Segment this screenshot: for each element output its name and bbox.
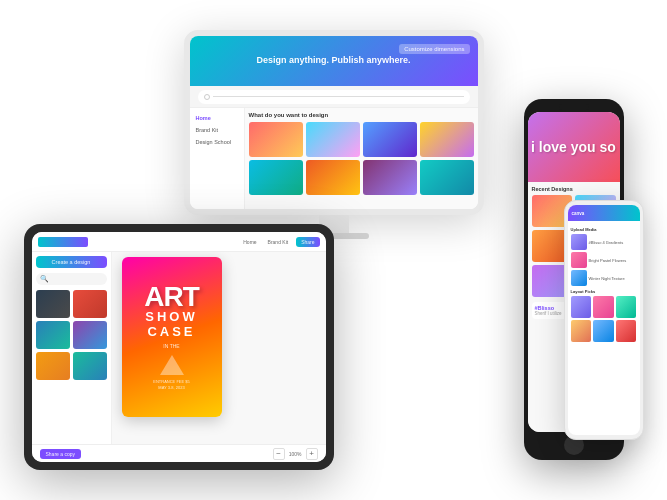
phone2-item-label-1: #Blisso 4 Gradients [589, 240, 624, 245]
phone2-mini-grid [571, 296, 637, 342]
tablet-topbar: Home Brand Kit Share [32, 232, 326, 252]
monitor-card-3[interactable] [363, 122, 417, 157]
phone2-item-thumb-3 [571, 270, 587, 286]
monitor-main-title: What do you want to design [249, 112, 474, 118]
tablet-nav-home[interactable]: Home [239, 238, 260, 246]
monitor-card-4[interactable] [420, 122, 474, 157]
tablet-bottom-bar: Share a copy − 100% + [32, 444, 326, 462]
phone2-mini-2[interactable] [593, 296, 614, 318]
tablet-share-btn[interactable]: Share [296, 237, 319, 247]
search-line-decoration [213, 96, 464, 97]
tablet-thumb-5[interactable] [36, 352, 70, 380]
monitor-main-content: What do you want to design [245, 108, 478, 215]
phone2-mini-4[interactable] [571, 320, 592, 342]
monitor-left-nav: Home Brand Kit Design School [190, 108, 245, 215]
tablet-inner: Home Brand Kit Share Create a design 🔍 [32, 232, 326, 462]
phone2-item-thumb-2 [571, 252, 587, 268]
monitor-search-input[interactable] [198, 90, 470, 104]
poster-title-art: ART [144, 284, 199, 309]
search-icon [204, 94, 210, 100]
main-scene: Design anything. Publish anywhere. Custo… [24, 30, 644, 470]
monitor-card-2[interactable] [306, 122, 360, 157]
desktop-monitor: Design anything. Publish anywhere. Custo… [184, 30, 484, 239]
monitor-card-5[interactable] [249, 160, 303, 195]
tablet-sidebar: Create a design 🔍 [32, 252, 112, 444]
tablet-nav-brand[interactable]: Brand Kit [264, 238, 293, 246]
phone2-list-item-3[interactable]: Winter Night Texture [571, 270, 637, 286]
zoom-level: 100% [289, 451, 302, 457]
phone-recent-label: Recent Designs [532, 186, 616, 192]
zoom-out-button[interactable]: − [273, 448, 285, 460]
monitor-card-6[interactable] [306, 160, 360, 195]
tablet-search[interactable]: 🔍 [36, 273, 107, 285]
search-icon: 🔍 [40, 275, 49, 283]
monitor-search-bar [190, 86, 478, 108]
phone2-logo: canva [572, 211, 585, 216]
phone2-list-item-1[interactable]: #Blisso 4 Gradients [571, 234, 637, 250]
phone2-topbar: canva [568, 205, 640, 221]
tablet-download-button[interactable]: Share a copy [40, 449, 81, 459]
poster-details: ENTRANCE FEE $5MAY 3-8, 2023 [153, 379, 189, 390]
phone2-section-layout: Layout Picks [571, 289, 637, 294]
tablet-create-button[interactable]: Create a design [36, 256, 107, 268]
tablet-zoom-controls: − 100% + [273, 448, 318, 460]
monitor-nav-design-school[interactable]: Design School [194, 136, 240, 148]
tablet-content: Create a design 🔍 [32, 252, 326, 444]
monitor-screen: Design anything. Publish anywhere. Custo… [184, 30, 484, 215]
art-showcase-poster[interactable]: ART SHOWCASE IN THE ENTRANCE FEE $5MAY 3… [122, 257, 222, 417]
love-text: i love you so [531, 139, 616, 156]
tablet-thumb-3[interactable] [36, 321, 70, 349]
phone2-item-label-3: Winter Night Texture [589, 276, 625, 281]
tablet-canvas-area: ART SHOWCASE IN THE ENTRANCE FEE $5MAY 3… [112, 252, 326, 444]
monitor-card-1[interactable] [249, 122, 303, 157]
phone2-content: Upload Media #Blisso 4 Gradients Bright … [568, 221, 640, 435]
phone2-mini-6[interactable] [616, 320, 637, 342]
poster-subtitle: IN THE [163, 343, 179, 349]
zoom-in-button[interactable]: + [306, 448, 318, 460]
monitor-cta-button[interactable]: Customize dimensions [399, 44, 469, 54]
monitor-nav-home[interactable]: Home [194, 112, 240, 124]
tablet-body: Home Brand Kit Share Create a design 🔍 [24, 224, 334, 470]
tablet-nav: Home Brand Kit [239, 238, 292, 246]
phone2-device: canva Upload Media #Blisso 4 Gradients B… [564, 200, 644, 440]
tablet-thumbnails [36, 290, 107, 380]
poster-title-showcase: SHOWCASE [145, 309, 197, 339]
monitor-card-7[interactable] [363, 160, 417, 195]
phone2-section-upload: Upload Media [571, 227, 637, 232]
phone-notch [559, 104, 589, 110]
phone2-mini-3[interactable] [616, 296, 637, 318]
phone-love-poster: i love you so [528, 112, 620, 182]
monitor-cards-grid [249, 122, 474, 195]
phone2-list-item-2[interactable]: Bright Pastel Flowers [571, 252, 637, 268]
phone2-mini-5[interactable] [593, 320, 614, 342]
phone2-screen: canva Upload Media #Blisso 4 Gradients B… [568, 205, 640, 435]
canva-logo [38, 237, 88, 247]
tablet-thumb-1[interactable] [36, 290, 70, 318]
monitor-header: Design anything. Publish anywhere. Custo… [190, 36, 478, 86]
tablet-thumb-2[interactable] [73, 290, 107, 318]
phone2-item-thumb-1 [571, 234, 587, 250]
phone2-body: canva Upload Media #Blisso 4 Gradients B… [564, 200, 644, 440]
monitor-body: Home Brand Kit Design School What do you… [190, 108, 478, 215]
tablet-thumb-6[interactable] [73, 352, 107, 380]
monitor-tagline: Design anything. Publish anywhere. [256, 55, 410, 67]
phone2-item-label-2: Bright Pastel Flowers [589, 258, 627, 263]
monitor-nav-brand[interactable]: Brand Kit [194, 124, 240, 136]
tablet-device: Home Brand Kit Share Create a design 🔍 [24, 224, 334, 470]
monitor-card-8[interactable] [420, 160, 474, 195]
poster-triangle-decoration [160, 355, 184, 375]
tablet-screen: Home Brand Kit Share Create a design 🔍 [32, 232, 326, 462]
phone2-mini-1[interactable] [571, 296, 592, 318]
tablet-thumb-4[interactable] [73, 321, 107, 349]
